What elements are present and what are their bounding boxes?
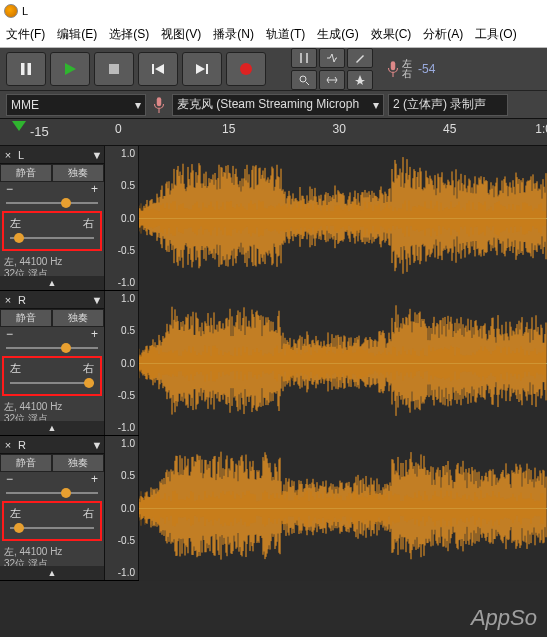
gain-plus: + bbox=[91, 182, 98, 196]
menu-tracks[interactable]: 轨道(T) bbox=[260, 23, 311, 46]
svg-marker-12 bbox=[12, 121, 26, 131]
amplitude-scale: 1.00.50.0-0.5-1.0 bbox=[105, 436, 139, 580]
channels-value: 2 (立体声) 录制声 bbox=[393, 96, 486, 113]
menu-tools[interactable]: 工具(O) bbox=[469, 23, 522, 46]
track-name[interactable]: R bbox=[16, 439, 90, 451]
input-device-select[interactable]: 麦克风 (Steam Streaming Microph▾ bbox=[172, 94, 384, 116]
pause-button[interactable] bbox=[6, 52, 46, 86]
waveform-area[interactable]: 1.00.50.0-0.5-1.0 bbox=[105, 146, 547, 290]
solo-button[interactable]: 独奏 bbox=[52, 309, 104, 327]
channels-select[interactable]: 2 (立体声) 录制声 bbox=[388, 94, 508, 116]
track-menu-dropdown[interactable]: ▼ bbox=[90, 294, 104, 306]
amp-label: -0.5 bbox=[105, 535, 138, 546]
microphone-icon bbox=[384, 60, 402, 78]
amp-label: 0.5 bbox=[105, 325, 138, 336]
pan-left-label: 左 bbox=[10, 361, 21, 376]
waveform-area[interactable]: 1.00.50.0-0.5-1.0 bbox=[105, 436, 547, 580]
gain-slider[interactable] bbox=[6, 341, 98, 355]
pan-slider[interactable] bbox=[10, 376, 94, 390]
zoom-tool-icon[interactable] bbox=[291, 70, 317, 90]
menu-effect[interactable]: 效果(C) bbox=[365, 23, 418, 46]
waveform-canvas[interactable] bbox=[139, 436, 547, 581]
track-close-button[interactable]: × bbox=[0, 294, 16, 306]
menu-view[interactable]: 视图(V) bbox=[155, 23, 207, 46]
timeline-ticks: 01530451:00 bbox=[105, 119, 547, 147]
pan-highlight-box: 左右 bbox=[2, 211, 102, 251]
svg-rect-7 bbox=[206, 64, 208, 74]
timeline-tick: 1:00 bbox=[535, 122, 547, 136]
pan-slider[interactable] bbox=[10, 231, 94, 245]
title-bar: L bbox=[0, 0, 547, 22]
selection-tool-icon[interactable] bbox=[291, 48, 317, 68]
mute-button[interactable]: 静音 bbox=[0, 164, 52, 182]
audio-host-select[interactable]: MME▾ bbox=[6, 94, 146, 116]
amp-label: 1.0 bbox=[105, 293, 138, 304]
waveform-canvas[interactable] bbox=[139, 291, 547, 436]
amp-label: 0.0 bbox=[105, 358, 138, 369]
multi-tool-icon[interactable] bbox=[347, 70, 373, 90]
record-meter[interactable]: 左 右 -54 bbox=[378, 59, 541, 79]
gain-minus: − bbox=[6, 472, 13, 486]
track-name[interactable]: L bbox=[16, 149, 90, 161]
menu-select[interactable]: 选择(S) bbox=[103, 23, 155, 46]
timeshift-tool-icon[interactable] bbox=[319, 70, 345, 90]
transport-toolbar: 左 右 -54 bbox=[0, 48, 547, 90]
audio-track: ×R▼静音独奏−+左右左, 44100 Hz32位 浮点▲1.00.50.0-0… bbox=[0, 436, 547, 581]
gain-plus: + bbox=[91, 327, 98, 341]
track-close-button[interactable]: × bbox=[0, 439, 16, 451]
play-button[interactable] bbox=[50, 52, 90, 86]
pan-right-label: 右 bbox=[83, 216, 94, 231]
audio-host-value: MME bbox=[11, 98, 39, 112]
mute-button[interactable]: 静音 bbox=[0, 309, 52, 327]
audio-track: ×R▼静音独奏−+左右左, 44100 Hz32位 浮点▲1.00.50.0-0… bbox=[0, 291, 547, 436]
pan-slider[interactable] bbox=[10, 521, 94, 535]
gain-plus: + bbox=[91, 472, 98, 486]
mute-button[interactable]: 静音 bbox=[0, 454, 52, 472]
skip-start-button[interactable] bbox=[138, 52, 178, 86]
tracks-container: ×L▼静音独奏−+左右左, 44100 Hz32位 浮点▲1.00.50.0-0… bbox=[0, 146, 547, 581]
svg-rect-0 bbox=[21, 63, 25, 75]
track-menu-dropdown[interactable]: ▼ bbox=[90, 439, 104, 451]
track-collapse-button[interactable]: ▲ bbox=[0, 276, 104, 290]
stop-button[interactable] bbox=[94, 52, 134, 86]
tools-grid bbox=[290, 47, 374, 91]
menu-analyze[interactable]: 分析(A) bbox=[417, 23, 469, 46]
skip-end-button[interactable] bbox=[182, 52, 222, 86]
gain-slider[interactable] bbox=[6, 196, 98, 210]
gain-slider[interactable] bbox=[6, 486, 98, 500]
svg-rect-11 bbox=[157, 97, 162, 106]
track-control-panel: ×R▼静音独奏−+左右左, 44100 Hz32位 浮点▲ bbox=[0, 436, 105, 580]
waveform-area[interactable]: 1.00.50.0-0.5-1.0 bbox=[105, 291, 547, 435]
record-button[interactable] bbox=[226, 52, 266, 86]
timeline-ruler[interactable]: -15 01530451:00 bbox=[0, 118, 547, 146]
menu-file[interactable]: 文件(F) bbox=[0, 23, 51, 46]
track-collapse-button[interactable]: ▲ bbox=[0, 566, 104, 580]
watermark: AppSo bbox=[471, 605, 537, 631]
track-close-button[interactable]: × bbox=[0, 149, 16, 161]
playhead-time: -15 bbox=[30, 124, 49, 139]
timeline-tick: 30 bbox=[333, 122, 346, 136]
solo-button[interactable]: 独奏 bbox=[52, 454, 104, 472]
pan-highlight-box: 左右 bbox=[2, 501, 102, 541]
envelope-tool-icon[interactable] bbox=[319, 48, 345, 68]
amplitude-scale: 1.00.50.0-0.5-1.0 bbox=[105, 146, 139, 290]
pan-highlight-box: 左右 bbox=[2, 356, 102, 396]
track-name[interactable]: R bbox=[16, 294, 90, 306]
track-collapse-button[interactable]: ▲ bbox=[0, 421, 104, 435]
timeline-tick: 45 bbox=[443, 122, 456, 136]
amp-label: 0.0 bbox=[105, 213, 138, 224]
menu-generate[interactable]: 生成(G) bbox=[311, 23, 364, 46]
gain-minus: − bbox=[6, 182, 13, 196]
device-toolbar: MME▾ 麦克风 (Steam Streaming Microph▾ 2 (立体… bbox=[0, 90, 547, 118]
svg-marker-6 bbox=[196, 64, 205, 74]
svg-marker-2 bbox=[65, 63, 76, 75]
playhead-icon[interactable] bbox=[12, 121, 26, 135]
track-menu-dropdown[interactable]: ▼ bbox=[90, 149, 104, 161]
draw-tool-icon[interactable] bbox=[347, 48, 373, 68]
menu-bar: 文件(F) 编辑(E) 选择(S) 视图(V) 播录(N) 轨道(T) 生成(G… bbox=[0, 22, 547, 48]
waveform-canvas[interactable] bbox=[139, 146, 547, 291]
menu-transport[interactable]: 播录(N) bbox=[207, 23, 260, 46]
solo-button[interactable]: 独奏 bbox=[52, 164, 104, 182]
menu-edit[interactable]: 编辑(E) bbox=[51, 23, 103, 46]
timeline-tick: 15 bbox=[222, 122, 235, 136]
